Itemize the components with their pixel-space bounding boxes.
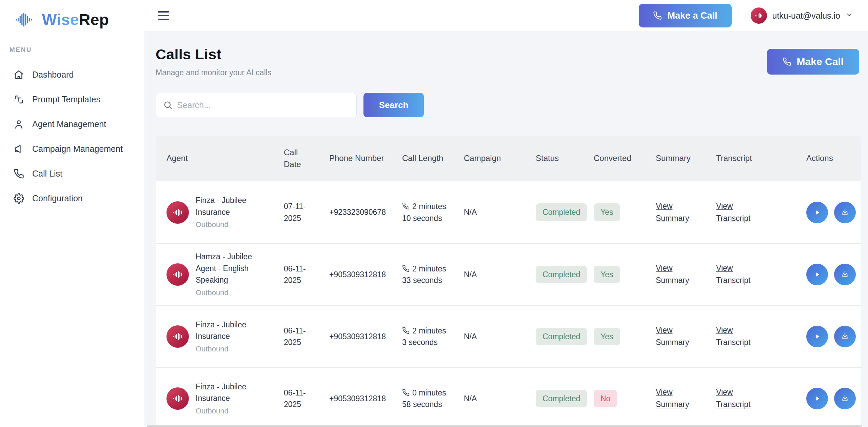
table-row: Finza - Jubilee Insurance Outbound 06-11… — [156, 367, 861, 427]
play-icon — [813, 332, 822, 341]
download-icon — [841, 332, 849, 341]
play-icon — [813, 394, 822, 403]
waveform-icon — [172, 207, 183, 218]
campaign: N/A — [453, 393, 525, 405]
sidebar-item-configuration[interactable]: Configuration — [0, 186, 144, 211]
download-recording-button[interactable] — [834, 326, 856, 347]
call-date: 06-11-2025 — [273, 263, 318, 286]
call-length: 2 minutes 33 seconds — [391, 263, 453, 286]
agent-avatar — [166, 387, 189, 410]
agent-avatar — [166, 201, 189, 224]
play-icon — [813, 208, 822, 217]
sidebar-item-call-list[interactable]: Call List — [0, 161, 144, 186]
sidebar-item-label: Dashboard — [32, 70, 74, 80]
view-summary-link[interactable]: View Summary — [656, 200, 697, 224]
view-summary-link[interactable]: View Summary — [656, 324, 697, 348]
waveform-icon — [755, 12, 763, 20]
user-menu[interactable]: utku-uat@valus.io — [751, 7, 853, 24]
sidebar-item-dashboard[interactable]: Dashboard — [0, 62, 144, 87]
view-transcript-link[interactable]: View Transcript — [716, 386, 757, 410]
main-area: Make a Call utku-uat@valus.io — [144, 0, 868, 427]
sidebar-item-campaign-management[interactable]: Campaign Management — [0, 137, 144, 161]
table-header-row: Agent Call Date Phone Number Call Length… — [156, 136, 861, 181]
status-badge: Completed — [536, 266, 587, 284]
campaign: N/A — [453, 206, 525, 218]
call-length: 0 minutes 58 seconds — [391, 387, 453, 410]
sidebar-item-label: Call List — [32, 169, 62, 179]
download-recording-button[interactable] — [834, 388, 856, 409]
view-transcript-link[interactable]: View Transcript — [716, 324, 757, 348]
sidebar-item-label: Configuration — [32, 194, 83, 203]
phone-icon — [14, 168, 24, 179]
call-date: 06-11-2025 — [273, 387, 318, 410]
converted-badge: Yes — [594, 203, 620, 221]
make-a-call-button[interactable]: Make a Call — [639, 4, 731, 27]
call-length: 2 minutes 10 seconds — [391, 201, 453, 224]
agent-name: Finza - Jubilee Insurance — [196, 319, 267, 342]
column-header-status: Status — [525, 152, 583, 164]
download-recording-button[interactable] — [834, 202, 856, 223]
megaphone-icon — [14, 144, 24, 154]
call-direction: Outbound — [196, 219, 267, 230]
waveform-icon — [172, 393, 183, 404]
waveform-icon — [15, 12, 37, 27]
chevron-down-icon — [846, 11, 853, 20]
view-summary-link[interactable]: View Summary — [656, 386, 697, 410]
play-recording-button[interactable] — [806, 202, 828, 223]
column-header-phone-number: Phone Number — [318, 152, 391, 164]
template-icon — [14, 94, 24, 105]
horizontal-scrollbar[interactable] — [147, 425, 862, 427]
brand-logo: WiseRep — [0, 9, 144, 30]
status-badge: Completed — [536, 328, 587, 346]
table-row: Finza - Jubilee Insurance Outbound 07-11… — [156, 181, 861, 243]
make-call-button[interactable]: Make Call — [767, 49, 859, 75]
view-summary-link[interactable]: View Summary — [656, 262, 697, 286]
view-transcript-link[interactable]: View Transcript — [716, 200, 757, 224]
sidebar-item-label: Agent Management — [32, 119, 106, 129]
call-date: 07-11-2025 — [273, 201, 318, 224]
search-button[interactable]: Search — [363, 93, 424, 117]
column-header-campaign: Campaign — [453, 152, 525, 164]
play-recording-button[interactable] — [806, 264, 828, 285]
sidebar-item-prompt-templates[interactable]: Prompt Templates — [0, 87, 144, 112]
sidebar-item-label: Prompt Templates — [32, 95, 100, 104]
agent-avatar — [166, 263, 189, 286]
column-header-summary: Summary — [645, 152, 705, 164]
waveform-icon — [172, 331, 183, 342]
user-avatar — [751, 7, 767, 24]
waveform-icon — [172, 269, 183, 280]
agent-name: Hamza - Jubilee Agent - English Speaking — [196, 251, 267, 286]
call-date: 06-11-2025 — [273, 325, 318, 348]
phone-number: +905309312818 — [318, 331, 391, 343]
table-row: Hamza - Jubilee Agent - English Speaking… — [156, 243, 861, 305]
search-input[interactable] — [156, 93, 357, 117]
converted-badge: No — [594, 390, 617, 408]
column-header-actions: Actions — [795, 152, 861, 164]
play-icon — [813, 270, 822, 279]
page-subtitle: Manage and monitor your AI calls — [156, 68, 271, 77]
top-bar: Make a Call utku-uat@valus.io — [144, 0, 868, 31]
download-icon — [841, 394, 849, 403]
download-recording-button[interactable] — [834, 264, 856, 285]
sidebar-item-label: Campaign Management — [32, 144, 123, 154]
sidebar-item-agent-management[interactable]: Agent Management — [0, 112, 144, 137]
hamburger-icon[interactable] — [158, 11, 169, 20]
menu-section-label: MENU — [9, 46, 144, 54]
column-header-call-date: Call Date — [273, 147, 318, 170]
call-length: 2 minutes 3 seconds — [391, 325, 453, 348]
phone-icon — [402, 327, 410, 334]
play-recording-button[interactable] — [806, 326, 828, 347]
play-recording-button[interactable] — [806, 388, 828, 409]
sidebar-nav: Dashboard Prompt Templates Agent Managem… — [0, 62, 144, 211]
page-title: Calls List — [156, 46, 271, 63]
sidebar: WiseRep MENU Dashboard Prompt Templates … — [0, 0, 144, 427]
table-body: Finza - Jubilee Insurance Outbound 07-11… — [156, 181, 861, 427]
view-transcript-link[interactable]: View Transcript — [716, 262, 757, 286]
brand-name: WiseRep — [42, 11, 109, 29]
gear-icon — [14, 193, 24, 204]
phone-icon — [402, 202, 410, 210]
download-icon — [841, 270, 849, 279]
converted-badge: Yes — [594, 266, 620, 284]
column-header-converted: Converted — [583, 152, 645, 164]
column-header-transcript: Transcript — [705, 152, 795, 164]
